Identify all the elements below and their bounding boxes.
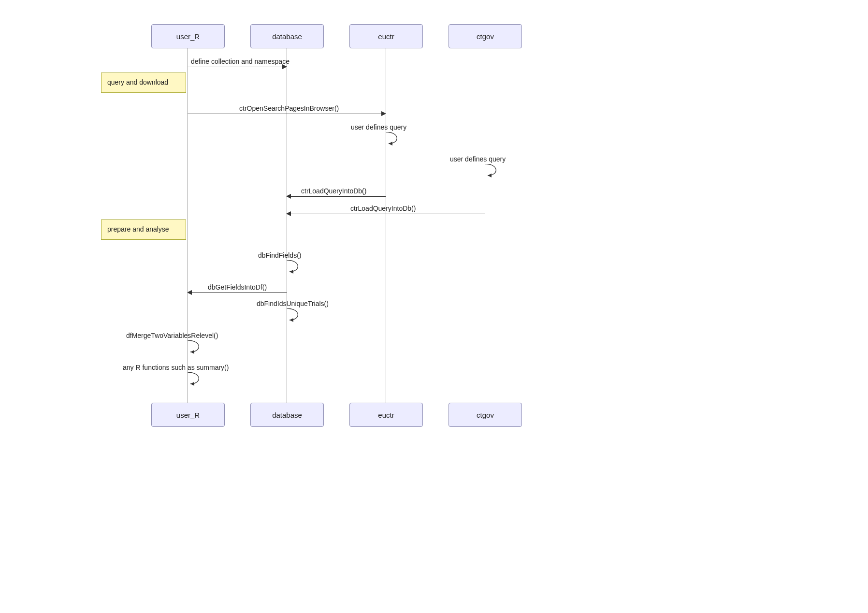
message-label: dfMergeTwoVariablesRelevel() <box>126 332 218 339</box>
note-text: prepare and analyse <box>107 225 169 233</box>
svg-marker-0 <box>389 142 392 146</box>
arrow-head <box>286 194 291 199</box>
self-loop-icon <box>287 260 311 275</box>
self-loop-icon <box>386 132 410 146</box>
participant-user-r-bottom: user_R <box>151 403 225 427</box>
arrow-line <box>188 67 282 67</box>
lifeline-ctgov <box>485 47 485 403</box>
participant-label: user_R <box>176 411 200 419</box>
message-label: define collection and namespace <box>191 58 289 65</box>
arrow-line <box>192 292 287 293</box>
participant-ctgov-bottom: ctgov <box>448 403 522 427</box>
participant-label: ctgov <box>477 411 494 419</box>
self-loop-icon <box>485 164 509 178</box>
participant-euctr-top: euctr <box>349 24 423 48</box>
message-label: dbFindFields() <box>258 251 301 259</box>
message-label: dbGetFieldsIntoDf() <box>208 283 267 291</box>
note-prepare-analyse: prepare and analyse <box>101 219 186 240</box>
svg-marker-4 <box>190 350 194 354</box>
note-text: query and download <box>107 78 168 86</box>
participant-euctr-bottom: euctr <box>349 403 423 427</box>
lifeline-database <box>287 47 287 403</box>
arrow-line <box>291 214 485 214</box>
message-label: any R functions such as summary() <box>123 364 229 371</box>
svg-marker-1 <box>488 174 492 177</box>
participant-label: database <box>272 411 302 419</box>
message-label: ctrLoadQueryIntoDb() <box>350 204 416 212</box>
svg-marker-3 <box>289 318 293 322</box>
lifeline-euctr <box>386 47 386 403</box>
self-loop-icon <box>287 308 311 323</box>
message-label: ctrLoadQueryIntoDb() <box>301 187 366 195</box>
message-label: user defines query <box>450 155 506 163</box>
arrow-head <box>381 111 386 116</box>
participant-label: euctr <box>378 32 394 41</box>
message-label: ctrOpenSearchPagesInBrowser() <box>239 104 339 112</box>
sequence-diagram: user_R database euctr ctgov user_R datab… <box>0 0 868 613</box>
message-label: dbFindIdsUniqueTrials() <box>257 300 329 307</box>
arrow-head <box>286 211 291 216</box>
arrow-head <box>187 290 192 295</box>
self-loop-icon <box>188 372 212 387</box>
arrow-line <box>188 114 381 114</box>
svg-marker-2 <box>289 270 293 274</box>
participant-label: euctr <box>378 411 394 419</box>
arrow-line <box>291 196 386 197</box>
participant-database-bottom: database <box>250 403 324 427</box>
note-query-download: query and download <box>101 73 186 93</box>
self-loop-icon <box>188 340 212 355</box>
participant-ctgov-top: ctgov <box>448 24 522 48</box>
participant-user-r-top: user_R <box>151 24 225 48</box>
participant-label: database <box>272 32 302 41</box>
svg-marker-5 <box>190 382 194 386</box>
participant-database-top: database <box>250 24 324 48</box>
participant-label: ctgov <box>477 32 494 41</box>
message-label: user defines query <box>351 123 406 131</box>
participant-label: user_R <box>176 32 200 41</box>
